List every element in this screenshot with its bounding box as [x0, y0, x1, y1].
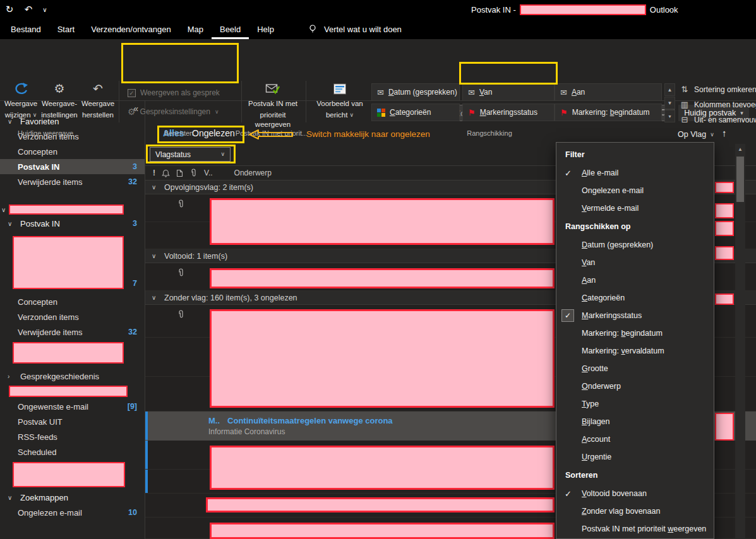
folder-label: Postvak UIT [18, 417, 63, 427]
ribbon-tab-help[interactable]: Help [249, 19, 282, 39]
folder-item-verwijderde-items[interactable]: Verwijderde items32 [0, 174, 145, 189]
checkbox-icon: ✓ [128, 89, 136, 97]
menu-item-onderwerp[interactable]: Onderwerp [556, 377, 714, 395]
chevron-down-icon: ∨ [152, 252, 159, 259]
ribbon-tab-map[interactable]: Map [179, 19, 212, 39]
send-receive-icon[interactable]: ↻ [0, 4, 19, 15]
folder-label: Ongelezen e-mail [18, 508, 82, 518]
ribbon-group-label: Huidige weergave [18, 129, 73, 137]
spacer [0, 189, 145, 203]
kolommen-toevoegen-button[interactable]: ▥Kolommen toevoegen [680, 100, 756, 109]
arrange-by-van[interactable]: ✉Van [462, 83, 555, 101]
lightbulb-icon [308, 24, 318, 34]
scrollbar[interactable]: ▲ [735, 144, 745, 539]
arrange-by-aan[interactable]: ✉Aan [555, 83, 662, 101]
folder-item-gesprekgeschiedenis[interactable]: ›Gesprekgeschiedenis [0, 369, 145, 384]
gallery-scroll-down[interactable]: ▼ [664, 97, 675, 109]
tab-unread-mail[interactable]: Ongelezen [192, 128, 235, 138]
action-label: Uit- en samenvouwen [694, 116, 756, 124]
menu-item-grootte[interactable]: Grootte [556, 360, 714, 377]
folder-item-postvak-uit[interactable]: Postvak UIT [0, 414, 145, 429]
checkbox-checked-icon: ✓ [561, 309, 574, 322]
redaction-box [715, 182, 734, 193]
arrange-by-markering-begindatum[interactable]: ⚑Markering: begindatum [555, 104, 662, 121]
attachment-column-icon[interactable] [189, 169, 198, 178]
menu-item-label: Onderwerp [582, 382, 621, 391]
folder-item-concepten[interactable]: Concepten [0, 144, 145, 159]
redaction-box [715, 221, 734, 236]
folder-item-concepten[interactable]: Concepten [0, 294, 145, 309]
folder-item-postvak-in[interactable]: ∨Postvak IN3 [0, 216, 145, 231]
menu-item-datum-gesprekken[interactable]: Datum (gesprekken) [556, 236, 714, 254]
menu-item-aan[interactable]: Aan [556, 271, 714, 289]
email-sender: M.. [208, 416, 220, 425]
column-importance[interactable]: ! [153, 169, 155, 177]
message-preview-button[interactable]: Voorbeeld van bericht∨ [313, 81, 366, 120]
menu-item-alle-e-mail[interactable]: ✓Alle e-mail [556, 164, 714, 182]
view-settings-button[interactable]: ⚙ Weergave- instellingen [39, 81, 80, 120]
gallery-scroll-up[interactable]: ▲ [664, 83, 675, 96]
folder-item-ongewenste-e-mail[interactable]: Ongewenste e-mail[9] [0, 399, 145, 414]
menu-item-markeringsstatus[interactable]: ✓Markeringsstatus [556, 307, 714, 324]
menu-item-label: Postvak IN met prioriteit weergeven [582, 524, 706, 533]
folder-item-verzonden-items[interactable]: Verzonden items [0, 309, 145, 324]
menu-item-markering-begindatum[interactable]: Markering: begindatum [556, 324, 714, 342]
redaction-box [210, 268, 555, 288]
folder-label: Postvak IN [18, 162, 59, 172]
sort-by-flag-dropdown[interactable]: Op Vlag ∨ [678, 130, 714, 139]
folder-item-postvak-in[interactable]: Postvak IN3 [0, 159, 145, 174]
menu-item-account[interactable]: Account [556, 430, 714, 448]
menu-item-bijlagen[interactable]: Bijlagen [556, 413, 714, 430]
column-subject[interactable]: Onderwerp [234, 169, 272, 177]
arrange-by-markeringsstatus[interactable]: ⚑Markeringsstatus [462, 104, 555, 121]
menu-item-vermelde-e-mail[interactable]: Vermelde e-mail [556, 199, 714, 217]
folder-item-ongelezen-e-mail[interactable]: Ongelezen e-mail10 [0, 505, 145, 520]
undo-icon[interactable]: ↶ [19, 4, 38, 15]
customize-quick-access-icon[interactable]: ∨ [38, 6, 52, 13]
column-van[interactable]: V.. [204, 169, 213, 177]
menu-item-postvak-in-met-prioriteit-weergeven[interactable]: Postvak IN met prioriteit weergeven [556, 520, 714, 538]
ribbon-tab-beeld[interactable]: Beeld [212, 19, 249, 39]
folder-item-verwijderde-items[interactable]: Verwijderde items32 [0, 324, 145, 340]
ribbon-tab-verzenden-ontvangen[interactable]: Verzenden/ontvangen [83, 19, 179, 39]
scrollbar-thumb[interactable] [736, 157, 744, 202]
scroll-up-arrow[interactable]: ▲ [735, 144, 745, 154]
change-view-button[interactable]: Weergave wijzigen∨ [3, 81, 39, 120]
reminder-bell-icon[interactable] [162, 169, 170, 177]
flag-status-filter-dropdown[interactable]: Vlagstatus ∨ [150, 147, 231, 162]
menu-item-urgentie[interactable]: Urgentie [556, 448, 714, 466]
menu-item-categorie-n[interactable]: Categorieën [556, 289, 714, 307]
menu-item-type[interactable]: Type [556, 395, 714, 413]
chevron-down-icon: ∨ [152, 184, 159, 191]
show-as-conversations-checkbox[interactable]: ✓ Weergeven als gesprek [128, 88, 220, 97]
reset-view-button[interactable]: ↶ Weergave herstellen [80, 81, 116, 120]
folder-item-scheduled[interactable]: Scheduled [0, 444, 145, 459]
menu-item-ongelezen-e-mail[interactable]: Ongelezen e-mail [556, 182, 714, 199]
window-title-prefix: Postvak IN - [471, 5, 516, 15]
folder-item-zoekmappen[interactable]: ∨Zoekmappen [0, 490, 145, 505]
gallery-more-button[interactable]: ▾ [664, 110, 675, 122]
redaction-box [210, 446, 555, 490]
arrange-by-categorie-n[interactable]: Categorieën [371, 104, 460, 121]
sortering-omkeren-button[interactable]: ⇅Sortering omkeren [680, 85, 756, 94]
uit-en-samenvouwen-button[interactable]: ⊟Uit- en samenvouwen∨ [680, 115, 756, 124]
chevron-down-icon: ∨ [215, 109, 219, 115]
sort-direction-icon[interactable]: ↑ [722, 127, 727, 138]
arrange-by-datum-gesprekken[interactable]: ✉Datum (gesprekken) [371, 83, 460, 101]
menu-item-zonder-vlag-bovenaan[interactable]: Zonder vlag bovenaan [556, 502, 714, 520]
menu-item-van[interactable]: Van [556, 254, 714, 271]
menu-item-label: Urgentie [582, 453, 611, 461]
conversation-settings-button[interactable]: ⚙ Gespreksinstellingen ∨ [128, 107, 219, 117]
ribbon-tab-bestand[interactable]: Bestand [3, 19, 49, 39]
ribbon-tab-start[interactable]: Start [49, 19, 83, 39]
redaction-box [210, 198, 555, 245]
menu-item-label: Vermelde e-mail [582, 204, 639, 213]
menu-item-voltooid-bovenaan[interactable]: ✓Voltooid bovenaan [556, 485, 714, 502]
folder-item-rss-feeds[interactable]: RSS-feeds [0, 429, 145, 444]
menu-item-markering-vervaldatum[interactable]: Markering: vervaldatum [556, 342, 714, 360]
unread-count: [9] [128, 402, 137, 411]
tell-me-box[interactable]: Vertel wat u wilt doen [308, 19, 402, 39]
group-separator [119, 81, 119, 122]
focused-inbox-button[interactable]: Postvak IN met prioriteit weergeven [245, 81, 301, 129]
item-type-icon[interactable] [176, 169, 183, 177]
